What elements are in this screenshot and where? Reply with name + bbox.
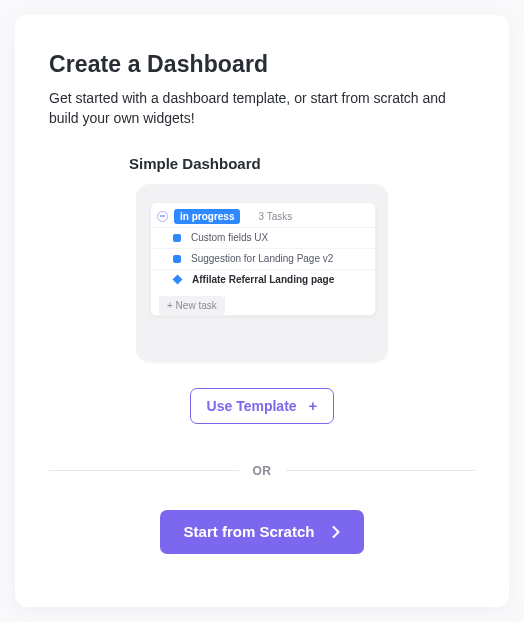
preview-task-list: in progress 3 Tasks Custom fields UX Sug… — [150, 202, 376, 316]
task-square-icon — [173, 255, 181, 263]
collapse-icon — [157, 211, 168, 222]
create-dashboard-card: Create a Dashboard Get started with a da… — [15, 15, 509, 607]
task-row: Custom fields UX — [151, 227, 375, 248]
plus-icon: + — [309, 397, 318, 414]
divider: OR — [49, 464, 475, 478]
task-label: Custom fields UX — [191, 232, 268, 243]
template-preview: in progress 3 Tasks Custom fields UX Sug… — [136, 184, 388, 362]
scratch-row: Start from Scratch — [49, 510, 475, 554]
new-task-button: + New task — [159, 296, 225, 315]
task-row: Suggestion for Landing Page v2 — [151, 248, 375, 269]
task-square-icon — [173, 234, 181, 242]
divider-line — [286, 470, 476, 471]
task-count: 3 Tasks — [258, 211, 292, 222]
page-title: Create a Dashboard — [49, 51, 475, 78]
status-badge: in progress — [174, 209, 240, 224]
task-row: Affilate Referral Landing page — [151, 269, 375, 290]
divider-line — [49, 470, 239, 471]
start-from-scratch-button[interactable]: Start from Scratch — [160, 510, 365, 554]
task-diamond-icon — [173, 275, 183, 285]
use-template-button[interactable]: Use Template + — [190, 388, 335, 424]
task-label: Affilate Referral Landing page — [192, 274, 334, 285]
scratch-label: Start from Scratch — [184, 523, 315, 540]
task-label: Suggestion for Landing Page v2 — [191, 253, 333, 264]
chevron-right-icon — [332, 526, 340, 538]
use-template-label: Use Template — [207, 398, 297, 414]
divider-label: OR — [253, 464, 272, 478]
template-name: Simple Dashboard — [129, 155, 475, 172]
preview-header: in progress 3 Tasks — [151, 203, 375, 227]
page-subtitle: Get started with a dashboard template, o… — [49, 88, 475, 129]
use-template-row: Use Template + — [49, 388, 475, 424]
